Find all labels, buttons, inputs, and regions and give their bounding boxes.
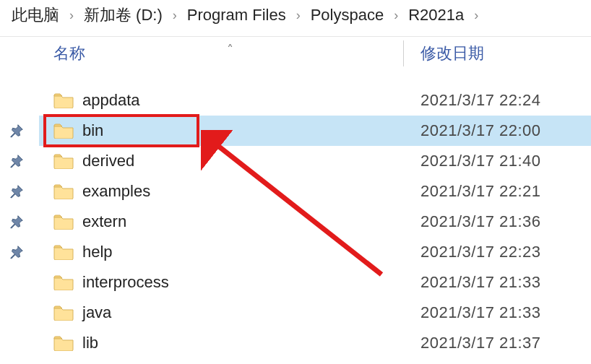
folder-modified-date: 2021/3/17 22:21 <box>420 182 541 201</box>
column-divider[interactable] <box>403 40 404 66</box>
folder-modified-date: 2021/3/17 22:23 <box>420 243 541 261</box>
folder-icon <box>53 183 74 199</box>
folder-icon <box>53 335 74 351</box>
folder-icon <box>53 153 74 169</box>
folder-modified-date: 2021/3/17 22:24 <box>420 91 541 110</box>
crumb-polyspace[interactable]: Polyspace <box>311 6 384 25</box>
breadcrumb[interactable]: 此电脑 › 新加卷 (D:) › Program Files › Polyspa… <box>0 0 591 33</box>
folder-name: derived <box>82 152 134 170</box>
chevron-right-icon: › <box>474 8 478 23</box>
folder-row-bin[interactable]: bin2021/3/17 22:00 <box>39 116 591 146</box>
crumb-drive-d[interactable]: 新加卷 (D:) <box>84 4 163 26</box>
folder-name: examples <box>82 182 150 201</box>
folder-name: interprocess <box>82 273 169 292</box>
folder-row-examples[interactable]: examples2021/3/17 22:21 <box>39 176 591 207</box>
pin-icon[interactable] <box>7 212 26 231</box>
column-header-modified[interactable]: 修改日期 <box>420 43 484 64</box>
quick-access-gutter <box>0 36 39 364</box>
chevron-right-icon: › <box>394 8 398 23</box>
folder-modified-date: 2021/3/17 21:37 <box>420 334 541 352</box>
folder-icon <box>53 244 74 260</box>
crumb-program-files[interactable]: Program Files <box>187 6 286 25</box>
folder-icon <box>53 274 74 290</box>
folder-row-lib[interactable]: lib2021/3/17 21:37 <box>39 328 591 358</box>
folder-name: extern <box>82 212 126 231</box>
folder-name: lib <box>82 334 98 352</box>
pin-icon[interactable] <box>7 182 26 201</box>
folder-modified-date: 2021/3/17 21:33 <box>420 303 541 322</box>
chevron-right-icon: › <box>173 8 177 23</box>
pin-icon[interactable] <box>7 243 26 261</box>
folder-icon <box>53 123 74 139</box>
folder-modified-date: 2021/3/17 21:36 <box>420 212 541 231</box>
folder-icon <box>53 305 74 321</box>
pin-icon[interactable] <box>7 152 26 170</box>
folder-row-extern[interactable]: extern2021/3/17 21:36 <box>39 207 591 237</box>
column-header-name[interactable]: 名称 <box>53 43 85 64</box>
folder-row-help[interactable]: help2021/3/17 22:23 <box>39 237 591 267</box>
folder-icon <box>53 214 74 230</box>
folder-modified-date: 2021/3/17 21:33 <box>420 273 541 292</box>
crumb-this-pc[interactable]: 此电脑 <box>12 4 59 26</box>
folder-name: help <box>82 243 113 261</box>
chevron-right-icon: › <box>69 8 74 23</box>
folder-row-appdata[interactable]: appdata2021/3/17 22:24 <box>39 85 591 116</box>
column-header-row[interactable]: ˄ 名称 修改日期 <box>39 36 591 71</box>
folder-row-interprocess[interactable]: interprocess2021/3/17 21:33 <box>39 267 591 298</box>
crumb-r2021a[interactable]: R2021a <box>408 6 464 25</box>
folder-name: bin <box>82 121 103 140</box>
sort-ascending-icon[interactable]: ˄ <box>227 42 233 58</box>
folder-name: appdata <box>82 91 140 110</box>
pin-icon[interactable] <box>7 121 26 140</box>
folder-modified-date: 2021/3/17 21:40 <box>420 152 541 170</box>
folder-name: java <box>82 303 111 322</box>
folder-row-derived[interactable]: derived2021/3/17 21:40 <box>39 146 591 176</box>
folder-row-java[interactable]: java2021/3/17 21:33 <box>39 298 591 328</box>
folder-modified-date: 2021/3/17 22:00 <box>420 121 541 140</box>
chevron-right-icon: › <box>296 8 301 23</box>
folder-icon <box>53 92 74 108</box>
